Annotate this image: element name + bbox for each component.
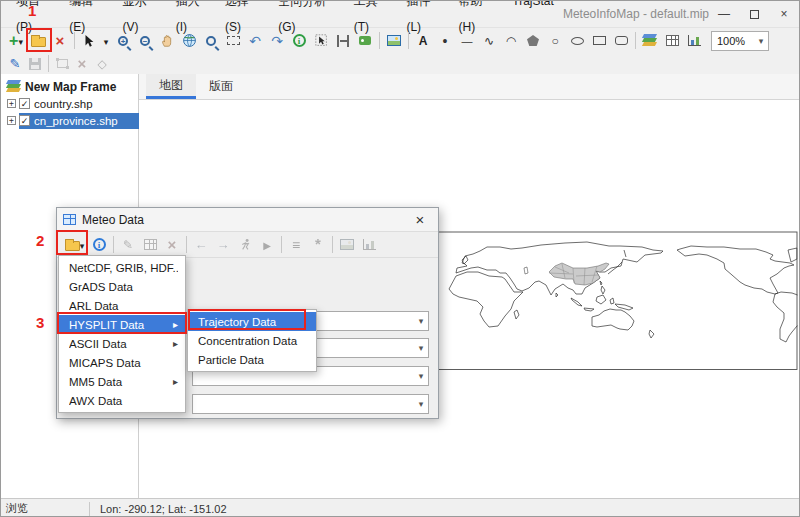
expand-icon[interactable]	[7, 116, 16, 125]
dialog-animate-button[interactable]	[234, 234, 256, 256]
edit-start-button[interactable]	[5, 55, 25, 73]
close-icon	[56, 33, 65, 48]
open-file-button[interactable]	[27, 30, 49, 52]
close-window-button[interactable]: ×	[769, 1, 799, 27]
measure-button[interactable]	[332, 30, 354, 52]
submenu-item-particle[interactable]: Particle Data	[188, 350, 316, 369]
identify-button[interactable]: i	[288, 30, 310, 52]
annotation-step-1: 1	[28, 3, 36, 18]
draw-point-button[interactable]	[434, 30, 456, 52]
curve-tool-icon	[506, 34, 516, 47]
zoom-out-button[interactable]: −	[134, 30, 156, 52]
layers-button[interactable]	[639, 30, 661, 52]
draw-circle-button[interactable]	[544, 30, 566, 52]
lasso-icon	[97, 57, 106, 70]
layer-item-country[interactable]: country.shp	[1, 95, 138, 112]
zoom-rectangle-button[interactable]	[222, 30, 244, 52]
menu-item-mm5[interactable]: MM5 Data	[59, 372, 185, 391]
dialog-settings-button[interactable]	[307, 234, 329, 256]
zoom-to-layer-button[interactable]	[200, 30, 222, 52]
zoom-next-button[interactable]	[266, 30, 288, 52]
full-extent-button[interactable]	[178, 30, 200, 52]
zoom-level-value: 100%	[712, 35, 754, 47]
close-file-button[interactable]	[49, 30, 71, 52]
magnifier-icon	[206, 36, 216, 46]
chevron-down-icon	[80, 238, 85, 251]
draw-curve-button[interactable]	[500, 30, 522, 52]
map-frame-item[interactable]: New Map Frame	[1, 78, 138, 95]
draw-polyline-button[interactable]	[478, 30, 500, 52]
edit-vertex-button[interactable]	[52, 55, 72, 73]
tab-map[interactable]: 地图	[146, 74, 196, 99]
title-bar: 项目(P) 编辑(E) 显示(V) 插入(I) 选择(S) 空间分析(G) 工具…	[1, 1, 799, 27]
dialog-draw-button[interactable]	[117, 234, 139, 256]
maximize-button[interactable]	[739, 1, 769, 27]
list-icon	[292, 238, 300, 252]
dialog-next-time-button[interactable]	[212, 234, 234, 256]
toolbar-separator	[186, 236, 187, 253]
menu-item-micaps[interactable]: MICAPS Data	[59, 353, 185, 372]
zoom-level-combo[interactable]: 100%	[711, 31, 769, 51]
tab-layout[interactable]: 版面	[196, 74, 246, 99]
expand-icon[interactable]	[7, 99, 16, 108]
delete-icon	[78, 56, 87, 71]
identify-icon: i	[293, 34, 306, 47]
dialog-chart-button[interactable]	[358, 234, 380, 256]
rectangle-tool-icon	[593, 36, 606, 45]
undo-arrow-icon	[249, 34, 261, 48]
menu-item-awx[interactable]: AWX Data	[59, 391, 185, 410]
dialog-table-button[interactable]	[139, 234, 161, 256]
edit-save-button[interactable]	[25, 55, 45, 73]
select-tool-button[interactable]	[78, 30, 100, 52]
insert-picture-button[interactable]	[383, 30, 405, 52]
new-project-button[interactable]	[5, 30, 27, 52]
cursor-arrow-icon	[82, 34, 96, 48]
dialog-title-bar[interactable]: Meteo Data ×	[57, 208, 438, 232]
dialog-prev-time-button[interactable]	[190, 234, 212, 256]
toolbar-separator	[48, 55, 49, 72]
chart-icon	[688, 35, 701, 46]
dialog-play-button[interactable]	[256, 234, 278, 256]
edit-delete-button[interactable]	[72, 55, 92, 73]
minimize-button[interactable]: —	[709, 1, 739, 27]
dialog-open-data-button[interactable]	[61, 234, 88, 256]
attribute-table-button[interactable]	[661, 30, 683, 52]
draw-rectangle-button[interactable]	[588, 30, 610, 52]
select-feature-button[interactable]	[310, 30, 332, 52]
label-button[interactable]	[354, 30, 376, 52]
chart-button[interactable]	[683, 30, 705, 52]
dialog-data-info-button[interactable]: i	[88, 234, 110, 256]
dialog-close-button[interactable]: ×	[408, 209, 432, 231]
dialog-remove-button[interactable]	[161, 234, 183, 256]
zoom-previous-button[interactable]	[244, 30, 266, 52]
menu-item-ascii[interactable]: ASCII Data	[59, 334, 185, 353]
dialog-list-button[interactable]	[285, 234, 307, 256]
draw-text-button[interactable]	[412, 30, 434, 52]
meteo-data-icon	[63, 214, 76, 225]
menu-item-hysplit[interactable]: HYSPLIT Data	[59, 315, 185, 334]
submenu-item-concentration[interactable]: Concentration Data	[188, 331, 316, 350]
layer-checkbox[interactable]	[19, 98, 30, 109]
status-tool-label: 浏览	[1, 501, 89, 516]
pan-button[interactable]	[156, 30, 178, 52]
dataset-combo[interactable]	[192, 394, 429, 414]
menu-item-grads[interactable]: GrADS Data	[59, 277, 185, 296]
draw-rounded-rectangle-button[interactable]	[610, 30, 632, 52]
submenu-item-trajectory[interactable]: Trajectory Data	[188, 312, 316, 331]
layers-icon	[643, 34, 657, 47]
toolbar-separator	[408, 32, 409, 49]
dialog-image-button[interactable]	[336, 234, 358, 256]
layer-item-cn-province[interactable]: cn_province.shp	[1, 112, 138, 129]
point-tool-icon	[443, 34, 448, 48]
edit-lasso-button[interactable]	[92, 55, 112, 73]
select-tool-dropdown[interactable]	[100, 30, 112, 52]
draw-line-button[interactable]	[456, 30, 478, 52]
menu-item-netcdf[interactable]: NetCDF, GRIB, HDF...	[59, 258, 185, 277]
draw-polygon-button[interactable]	[522, 30, 544, 52]
rounded-rectangle-tool-icon	[615, 36, 628, 45]
draw-ellipse-button[interactable]	[566, 30, 588, 52]
zoom-in-button[interactable]: +	[112, 30, 134, 52]
layer-checkbox[interactable]	[19, 115, 30, 126]
status-bar: 浏览 Lon: -290.12; Lat: -151.02	[1, 498, 799, 517]
menu-item-arl[interactable]: ARL Data	[59, 296, 185, 315]
